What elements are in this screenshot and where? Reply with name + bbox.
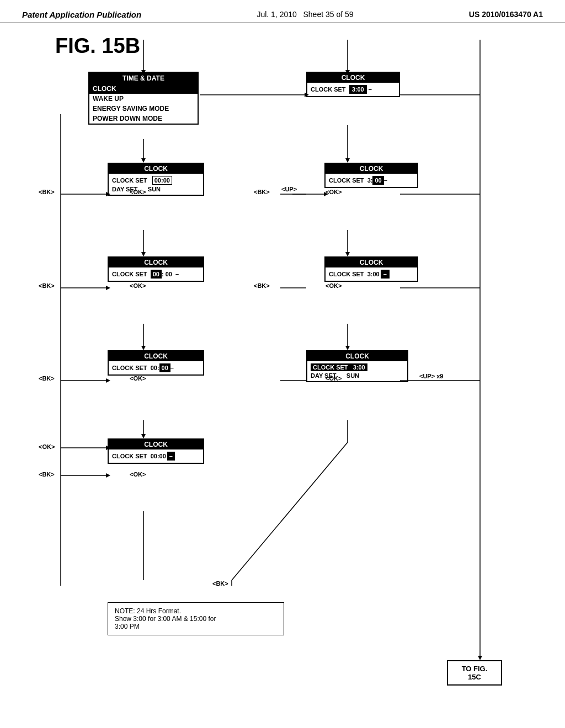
label-bk-bottom: <BK> [212, 580, 228, 587]
note-line1: NOTE: 24 Hrs Format. [115, 607, 277, 615]
menu-title: TIME & DATE [89, 73, 198, 84]
svg-marker-32 [345, 252, 350, 256]
svg-marker-27 [345, 158, 350, 163]
panel-bot-right: CLOCK CLOCK SET 3:00 DAY SET SUN [306, 350, 408, 382]
label-ok-r2: <OK> [326, 282, 342, 289]
fig-title: FIG. 15B [55, 34, 140, 58]
svg-line-38 [232, 442, 348, 580]
menu-item-wakeup: WAKE UP [89, 94, 198, 104]
diagram-area: FIG. 15B [0, 23, 565, 707]
to-fig-line2: 15C [454, 673, 495, 681]
panel-bot-left: CLOCK CLOCK SET 00: 00 – [108, 350, 204, 376]
label-up2: <UP> x9 [419, 373, 443, 379]
note-box: NOTE: 24 Hrs Format. Show 3:00 for 3:00 … [108, 602, 284, 635]
label-up1: <UP> [281, 186, 297, 192]
label-ok6: <OK> [39, 443, 55, 450]
label-ok-r1: <OK> [326, 189, 342, 195]
label-ok4: <OK> [130, 471, 146, 478]
note-line2: Show 3:00 for 3:00 AM & 15:00 for [115, 615, 277, 623]
svg-marker-41 [478, 656, 482, 660]
panel-mid-left-2: CLOCK CLOCK SET 00 : 00 – [108, 256, 204, 282]
label-bk-r2: <BK> [254, 282, 270, 289]
header-center: Jul. 1, 2010 Sheet 35 of 59 [257, 10, 353, 19]
label-bk3: <BK> [39, 375, 55, 382]
svg-marker-4 [141, 158, 146, 163]
publication-date: Jul. 1, 2010 [257, 10, 296, 19]
svg-marker-12 [141, 252, 146, 256]
svg-marker-14 [106, 286, 110, 290]
svg-marker-16 [141, 346, 146, 350]
label-bk2: <BK> [39, 282, 55, 289]
panel-top-right-body: CLOCK SET 3:00 – [307, 83, 399, 96]
note-line3: 3:00 PM [115, 623, 277, 630]
panel-top-right: CLOCK CLOCK SET 3:00 – [306, 72, 400, 97]
patent-number: US 2010/0163470 A1 [469, 10, 543, 19]
svg-marker-24 [106, 473, 110, 478]
publication-title: Patent Application Publication [22, 10, 141, 19]
panel-top-right-row: CLOCK SET 3:00 – [311, 85, 396, 94]
panel-mid-right-1-title: CLOCK [326, 164, 417, 174]
svg-marker-35 [345, 346, 350, 350]
menu-box: TIME & DATE CLOCK WAKE UP ENERGY SAVING … [88, 72, 199, 125]
menu-item-energy: ENERGY SAVING MODE [89, 104, 198, 114]
menu-item-clock: CLOCK [89, 84, 198, 94]
label-bk-r1: <BK> [254, 189, 270, 195]
panel-top-right-title: CLOCK [307, 73, 399, 83]
panel-mid-left-1-title: CLOCK [109, 164, 203, 174]
sheet-info: Sheet 35 of 59 [303, 10, 353, 19]
to-fig-line1: TO FIG. [454, 665, 495, 673]
label-ok2: <OK> [130, 282, 146, 289]
panel-mid-right-1: CLOCK CLOCK SET 3: 00 – [324, 163, 418, 188]
svg-marker-20 [141, 434, 146, 438]
panel-mid-left-1: CLOCK CLOCK SET 00:00 DAY SET SUN [108, 163, 204, 196]
svg-marker-18 [106, 378, 110, 383]
panel-mid-right-2: CLOCK CLOCK SET 3:00 – [324, 256, 418, 282]
label-bk4: <BK> [39, 471, 55, 478]
panel-final: CLOCK CLOCK SET 00:00 – [108, 438, 204, 464]
menu-item-power: POWER DOWN MODE [89, 114, 198, 124]
page-header: Patent Application Publication Jul. 1, 2… [0, 0, 565, 23]
to-fig-box: TO FIG. 15C [447, 660, 502, 686]
label-ok3: <OK> [130, 375, 146, 382]
label-bk1: <BK> [39, 189, 55, 195]
panel-top-right-val: 3:00 [349, 85, 367, 94]
